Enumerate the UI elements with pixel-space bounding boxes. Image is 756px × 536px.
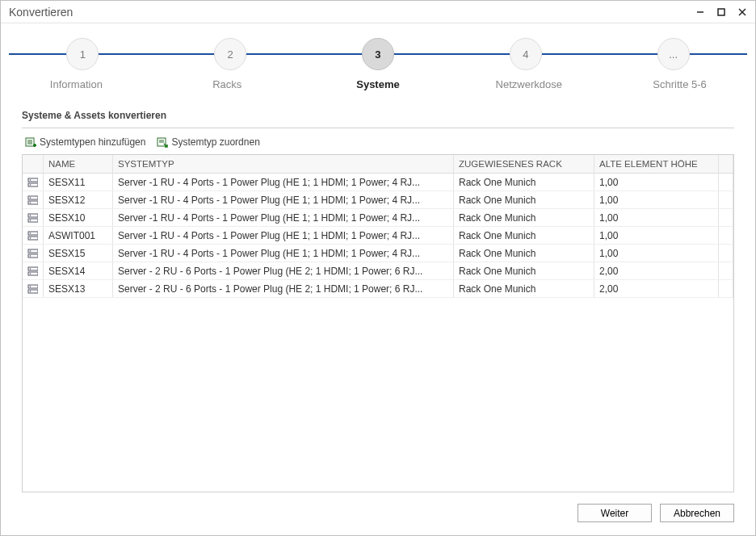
assign-system-type-label: Systemtyp zuordnen [171,136,259,148]
cell-extra [719,209,733,226]
svg-point-20 [30,202,32,203]
cell-systemtype: Server -1 RU - 4 Ports - 1 Power Plug (H… [113,227,454,244]
svg-point-39 [30,286,32,287]
step-label-5: Schritte 5-6 [632,78,729,90]
cell-name: SESX11 [44,174,113,191]
cell-assigned-rack: Rack One Munich [454,227,594,244]
cell-systemtype: Server -1 RU - 4 Ports - 1 Power Plug (H… [113,174,454,191]
next-button[interactable]: Weiter [578,504,652,522]
step-label-1: Information [27,78,124,90]
step-label-3: Systeme [330,78,426,90]
svg-point-19 [30,197,32,199]
cell-name: ASWIT001 [44,227,113,244]
column-header-extra[interactable] [719,155,733,173]
column-header-systemtype[interactable]: SYSTEMTYP [113,155,454,173]
step-circle-3[interactable]: 3 [362,38,394,70]
column-header-old-height[interactable]: ALTE ELEMENT HÖHE [594,155,719,173]
svg-point-24 [30,220,32,221]
cell-old-height: 1,00 [594,174,719,191]
svg-rect-1 [718,9,724,15]
cell-extra [719,280,733,297]
maximize-icon [717,8,725,16]
server-icon [23,245,44,262]
close-icon [738,8,746,16]
svg-point-35 [30,268,32,270]
step-circle-2[interactable]: 2 [214,38,246,70]
step-circle-5[interactable]: ... [657,38,690,70]
cell-old-height: 1,00 [594,191,719,208]
cell-name: SESX14 [44,262,113,279]
cell-extra [719,245,733,262]
column-header-assigned-rack[interactable]: ZUGEWIESENES RACK [454,155,594,173]
cell-assigned-rack: Rack One Munich [454,191,594,208]
server-icon [23,227,44,244]
grid-header: NAME SYSTEMTYP ZUGEWIESENES RACK ALTE EL… [23,155,733,174]
step-circle-4[interactable]: 4 [510,38,542,70]
cell-old-height: 1,00 [594,245,719,262]
cell-name: SESX13 [44,280,113,297]
server-icon [23,191,44,208]
svg-point-28 [30,237,32,239]
step-track: 1234... [9,38,747,70]
cell-assigned-rack: Rack One Munich [454,262,594,279]
cell-extra [719,227,733,244]
assign-type-icon [157,136,168,148]
svg-point-40 [30,291,32,292]
column-header-name[interactable]: NAME [44,155,113,173]
table-row[interactable]: ASWIT001Server -1 RU - 4 Ports - 1 Power… [23,227,733,245]
title-bar: Konvertieren [1,1,755,23]
table-row[interactable]: SESX10Server -1 RU - 4 Ports - 1 Power P… [23,209,733,227]
svg-point-31 [30,250,32,252]
server-icon [23,174,44,191]
table-row[interactable]: SESX12Server -1 RU - 4 Ports - 1 Power P… [23,191,733,209]
server-icon [23,280,44,297]
cell-old-height: 1,00 [594,209,719,226]
minimize-button[interactable] [692,5,708,19]
cancel-button[interactable]: Abbrechen [660,504,734,522]
cell-systemtype: Server - 2 RU - 6 Ports - 1 Power Plug (… [113,262,454,279]
section-heading: Systeme & Assets konvertieren [22,105,734,128]
cell-systemtype: Server - 2 RU - 6 Ports - 1 Power Plug (… [113,280,454,297]
svg-point-16 [30,184,32,186]
grid-body[interactable]: SESX11Server -1 RU - 4 Ports - 1 Power P… [23,174,733,492]
cell-extra [719,191,733,208]
add-system-types-label: Systemtypen hinzufügen [40,136,145,148]
assign-system-type-button[interactable]: Systemtyp zuordnen [157,136,259,148]
wizard-steps: 1234... InformationRacksSystemeNetzwerkd… [1,23,755,98]
add-types-icon [25,136,36,148]
cell-old-height: 2,00 [594,262,719,279]
server-icon [23,262,44,279]
dialog-buttons: Weiter Abbrechen [1,492,755,535]
cell-assigned-rack: Rack One Munich [454,174,594,191]
table-row[interactable]: SESX14Server - 2 RU - 6 Ports - 1 Power … [23,262,733,280]
close-button[interactable] [734,5,750,19]
window-title: Konvertieren [9,6,692,19]
step-label-2: Racks [178,78,275,90]
cell-systemtype: Server -1 RU - 4 Ports - 1 Power Plug (H… [113,191,454,208]
table-row[interactable]: SESX15Server -1 RU - 4 Ports - 1 Power P… [23,245,733,262]
cell-assigned-rack: Rack One Munich [454,209,594,226]
cell-assigned-rack: Rack One Munich [454,280,594,297]
svg-point-23 [30,215,32,216]
window-controls [692,5,750,19]
cell-old-height: 1,00 [594,227,719,244]
content-area: Systeme & Assets konvertieren Systemtype… [1,98,755,492]
step-circle-1[interactable]: 1 [66,38,99,70]
grid-toolbar: Systemtypen hinzufügen Systemtyp zuordne… [22,128,734,154]
column-header-icon[interactable] [23,155,44,173]
cell-name: SESX15 [44,245,113,262]
cell-extra [719,262,733,279]
systems-grid: NAME SYSTEMTYP ZUGEWIESENES RACK ALTE EL… [22,154,734,492]
svg-point-15 [30,179,32,181]
dialog-window: Konvertieren 1234... InformationRacksSys… [0,0,756,536]
maximize-button[interactable] [713,5,729,19]
table-row[interactable]: SESX13Server - 2 RU - 6 Ports - 1 Power … [23,280,733,298]
table-row[interactable]: SESX11Server -1 RU - 4 Ports - 1 Power P… [23,174,733,191]
cell-name: SESX12 [44,191,113,208]
cell-assigned-rack: Rack One Munich [454,245,594,262]
step-label-4: Netzwerkdose [481,78,578,90]
svg-point-36 [30,273,32,274]
svg-point-27 [30,232,32,234]
cell-systemtype: Server -1 RU - 4 Ports - 1 Power Plug (H… [113,209,454,226]
add-system-types-button[interactable]: Systemtypen hinzufügen [25,136,145,148]
